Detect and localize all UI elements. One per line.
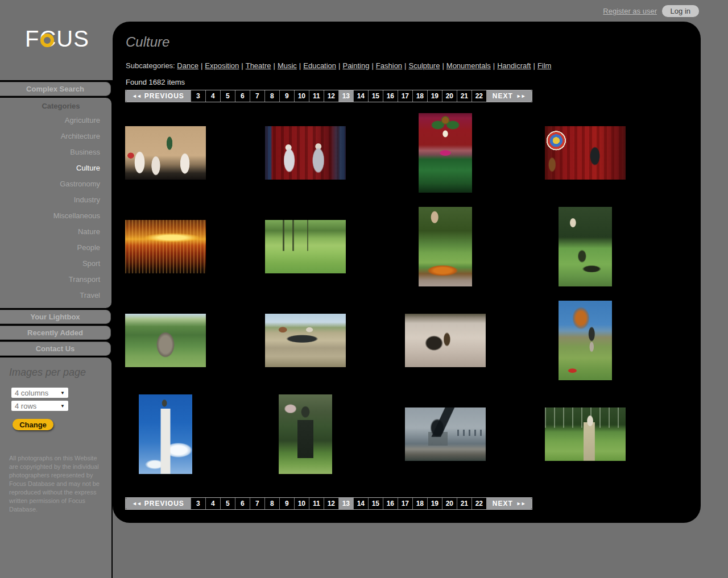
page-button-19[interactable]: 19 — [427, 498, 442, 509]
thumbnail-t10[interactable] — [265, 314, 346, 367]
previous-label: PREVIOUS — [144, 92, 184, 100]
thumbnail-t7[interactable] — [419, 207, 472, 286]
page-button-15[interactable]: 15 — [368, 90, 383, 102]
subcategory-link-monumentals[interactable]: Monumentals — [446, 61, 491, 70]
thumbnail-t5[interactable] — [125, 220, 206, 273]
page-button-20[interactable]: 20 — [442, 90, 457, 102]
next-page-button[interactable]: NEXT►► — [486, 90, 532, 102]
sidebar-category-transport[interactable]: Transport — [0, 272, 111, 288]
page-button-21[interactable]: 21 — [457, 498, 471, 509]
thumbnail-t14[interactable] — [279, 394, 332, 474]
thumbnail-t15[interactable] — [405, 407, 486, 461]
sidebar-category-sport[interactable]: Sport — [0, 256, 111, 272]
sidebar-category-people[interactable]: People — [0, 240, 111, 256]
sidebar-item-contact-us[interactable]: Contact Us — [0, 342, 111, 356]
sidebar-category-nature[interactable]: Nature — [0, 224, 111, 240]
subcategory-link-education[interactable]: Education — [303, 61, 336, 70]
sidebar-category-gastronomy[interactable]: Gastronomy — [0, 176, 111, 192]
page-button-9[interactable]: 9 — [279, 90, 294, 102]
page-button-4[interactable]: 4 — [205, 90, 220, 102]
thumbnail-t6[interactable] — [265, 220, 346, 273]
columns-select[interactable]: 4 columns ▼ — [11, 388, 68, 398]
page-button-12[interactable]: 12 — [324, 90, 338, 102]
subcategory-link-film[interactable]: Film — [537, 61, 552, 70]
dropdown-arrow-icon: ▼ — [60, 404, 65, 409]
previous-page-button[interactable]: ◄◄PREVIOUS — [126, 90, 191, 102]
subcategory-link-painting[interactable]: Painting — [342, 61, 369, 70]
thumbnail-t12[interactable] — [559, 301, 612, 380]
thumbnail-t9[interactable] — [125, 314, 206, 367]
subcategories-row: Subcategories: Dance|Exposition|Theatre|… — [126, 61, 551, 70]
sidebar-category-culture[interactable]: Culture — [0, 160, 111, 176]
subcategory-link-dance[interactable]: Dance — [177, 61, 198, 70]
sidebar-item-complex-search[interactable]: Complex Search — [0, 82, 111, 96]
categories-title: Categories — [0, 101, 111, 111]
page-button-10[interactable]: 10 — [294, 498, 309, 509]
sidebar-category-travel[interactable]: Travel — [0, 288, 111, 303]
page-button-8[interactable]: 8 — [264, 90, 279, 102]
page-button-20[interactable]: 20 — [442, 498, 457, 509]
page-button-13[interactable]: 13 — [338, 498, 353, 509]
subcategory-link-exposition[interactable]: Exposition — [205, 61, 239, 70]
page-button-5[interactable]: 5 — [220, 90, 235, 102]
page-button-12[interactable]: 12 — [324, 498, 338, 509]
subcategory-link-music[interactable]: Music — [278, 61, 297, 70]
page-button-15[interactable]: 15 — [368, 498, 383, 509]
page-button-4[interactable]: 4 — [205, 498, 220, 509]
subcategory-link-fashion[interactable]: Fashion — [376, 61, 402, 70]
page-button-13[interactable]: 13 — [338, 90, 353, 102]
page-button-6[interactable]: 6 — [235, 90, 250, 102]
thumbnail-t13[interactable] — [139, 394, 192, 474]
thumbnail-t16[interactable] — [545, 407, 626, 461]
page-button-8[interactable]: 8 — [264, 498, 279, 509]
sidebar-category-agriculture[interactable]: Agriculture — [0, 113, 111, 128]
page-button-22[interactable]: 22 — [471, 498, 486, 509]
page-button-7[interactable]: 7 — [250, 90, 264, 102]
page-button-6[interactable]: 6 — [235, 498, 250, 509]
subcategory-link-handicraft[interactable]: Handicraft — [497, 61, 531, 70]
page-button-14[interactable]: 14 — [353, 498, 368, 509]
pagination-bottom: ◄◄PREVIOUS345678910111213141516171819202… — [125, 497, 532, 510]
page-button-14[interactable]: 14 — [353, 90, 368, 102]
page-button-22[interactable]: 22 — [471, 90, 486, 102]
page-button-16[interactable]: 16 — [383, 90, 398, 102]
page-button-16[interactable]: 16 — [383, 498, 398, 509]
thumbnail-t11[interactable] — [405, 314, 486, 367]
next-page-button[interactable]: NEXT►► — [486, 498, 532, 509]
sidebar-item-recently-added[interactable]: Recently Added — [0, 326, 111, 340]
sidebar-category-miscellaneous[interactable]: Miscellaneous — [0, 208, 111, 224]
page-button-7[interactable]: 7 — [250, 498, 264, 509]
subcategory-separator: | — [371, 61, 373, 70]
subcategories-label: Subcategories: — [126, 61, 175, 70]
register-link[interactable]: Register as user — [603, 7, 657, 15]
thumbnail-t3[interactable] — [419, 113, 472, 193]
sidebar-category-industry[interactable]: Industry — [0, 192, 111, 208]
subcategory-separator: | — [442, 61, 444, 70]
subcategory-link-theatre[interactable]: Theatre — [246, 61, 271, 70]
thumbnail-t2[interactable] — [265, 126, 346, 180]
page-button-19[interactable]: 19 — [427, 90, 442, 102]
login-button[interactable]: Log in — [662, 5, 699, 17]
previous-page-button[interactable]: ◄◄PREVIOUS — [126, 498, 191, 509]
page-button-18[interactable]: 18 — [412, 498, 427, 509]
page-button-11[interactable]: 11 — [309, 90, 324, 102]
page-button-9[interactable]: 9 — [279, 498, 294, 509]
page-button-17[interactable]: 17 — [398, 498, 412, 509]
thumbnail-t4[interactable] — [545, 126, 626, 180]
thumbnail-t8[interactable] — [559, 207, 612, 286]
subcategory-link-sculpture[interactable]: Sculpture — [408, 61, 440, 70]
page-button-11[interactable]: 11 — [309, 498, 324, 509]
page-button-18[interactable]: 18 — [412, 90, 427, 102]
page-button-17[interactable]: 17 — [398, 90, 412, 102]
page-button-21[interactable]: 21 — [457, 90, 471, 102]
page-button-3[interactable]: 3 — [191, 90, 205, 102]
sidebar-category-architecture[interactable]: Architecture — [0, 128, 111, 144]
page-button-3[interactable]: 3 — [191, 498, 205, 509]
sidebar-category-business[interactable]: Business — [0, 144, 111, 160]
thumbnail-t1[interactable] — [125, 126, 206, 180]
change-button[interactable]: Change — [13, 419, 53, 430]
page-button-5[interactable]: 5 — [220, 498, 235, 509]
sidebar-item-your-lightbox[interactable]: Your Lightbox — [0, 310, 111, 324]
rows-select[interactable]: 4 rows ▼ — [11, 401, 68, 411]
page-button-10[interactable]: 10 — [294, 90, 309, 102]
